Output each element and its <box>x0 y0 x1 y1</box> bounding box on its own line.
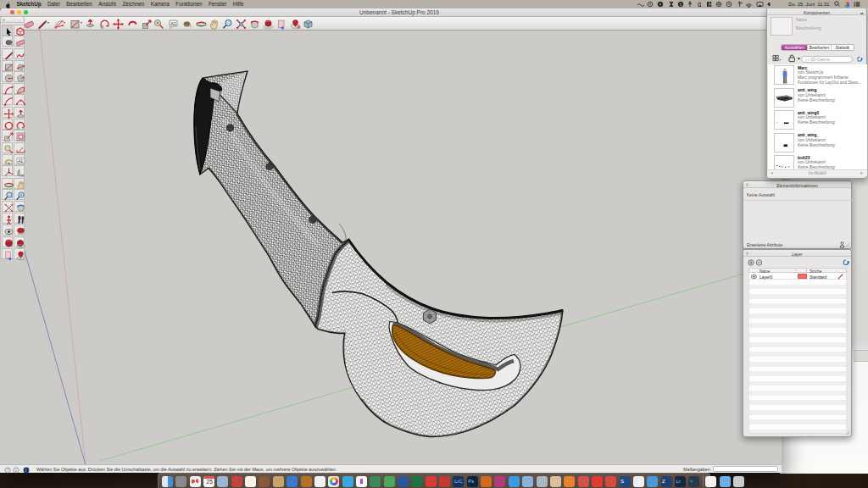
svg-text:A1: A1 <box>18 158 23 163</box>
svg-text:?: ? <box>7 467 9 472</box>
svg-text:A1: A1 <box>170 21 176 26</box>
